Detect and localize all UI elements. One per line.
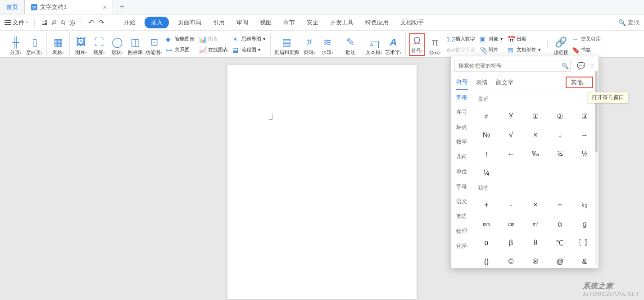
ribbon-tab-0[interactable]: 开始	[121, 17, 138, 28]
ribbon-tab-3[interactable]: 引用	[210, 17, 227, 28]
symbol-cell[interactable]: ↓	[548, 126, 572, 145]
blank-page-button[interactable]: ▯空白页▾	[26, 33, 43, 56]
header-footer-button[interactable]: ▤页眉和页脚	[274, 33, 299, 56]
symbol-cell[interactable]: 〖〗	[572, 233, 597, 252]
date-button[interactable]: 📅日期	[507, 34, 542, 44]
search-icon[interactable]: 🔍	[562, 63, 569, 69]
symbol-category[interactable]: 字母	[451, 179, 472, 194]
ribbon-tab-9[interactable]: 特色应用	[363, 17, 391, 28]
popup-tab-0[interactable]: 符号	[456, 75, 468, 90]
symbol-cell[interactable]: β	[499, 233, 523, 252]
symbol-cell[interactable]: α	[474, 233, 499, 252]
online-chart-button[interactable]: 📈在线图表	[198, 45, 229, 55]
wordart-button[interactable]: A艺术字▾	[385, 33, 402, 56]
ribbon-tab-7[interactable]: 安全	[304, 17, 321, 28]
symbol-cell[interactable]: ℃	[548, 233, 572, 252]
symbol-cell[interactable]: ¥	[499, 107, 523, 126]
symbol-category[interactable]: 英语	[451, 209, 472, 224]
symbol-category[interactable]: 单位	[451, 164, 472, 179]
save-icon[interactable]: 🖫	[41, 18, 48, 26]
table-button[interactable]: ▦表格▾	[50, 33, 66, 56]
ribbon-tab-6[interactable]: 章节	[281, 17, 298, 28]
symbol-category[interactable]: 标点	[451, 120, 472, 135]
symbol-cell[interactable]: θ	[523, 233, 548, 252]
scrollbar[interactable]	[595, 90, 598, 265]
mindmap-button[interactable]: ☀思维导图▾	[231, 34, 267, 44]
symbol-cell[interactable]: ®	[523, 252, 548, 268]
ribbon-tab-1[interactable]: 插入	[145, 17, 169, 28]
ribbon-tab-8[interactable]: 开发工具	[327, 17, 356, 28]
drop-cap-button[interactable]: A≣首字下沉	[445, 45, 476, 55]
icon-library-button[interactable]: ◫图标库	[127, 33, 143, 56]
symbol-cell[interactable]: -	[499, 195, 523, 214]
symbol-cell[interactable]: ≠	[474, 107, 499, 126]
close-icon[interactable]: ×	[103, 4, 106, 11]
shapes-button[interactable]: ◯形状▾	[109, 33, 125, 56]
ribbon-tab-5[interactable]: 视图	[257, 17, 274, 28]
new-tab-button[interactable]: +	[113, 0, 131, 14]
symbol-cell[interactable]: ①	[523, 107, 548, 126]
smart-graphic-button[interactable]: ◆智能图形	[165, 34, 195, 44]
attachment-button[interactable]: 📎附件	[479, 45, 504, 55]
symbol-category[interactable]: 化学	[451, 239, 472, 254]
ribbon-tab-10[interactable]: 文档助手	[398, 17, 426, 28]
picture-button[interactable]: 🖼图片▾	[73, 33, 89, 56]
symbol-cell[interactable]: ㎡	[523, 214, 548, 233]
symbol-cell[interactable]: ½	[572, 145, 597, 164]
symbol-search-input[interactable]	[454, 60, 571, 72]
symbol-category[interactable]: 常用	[451, 90, 472, 105]
preview-icon[interactable]: ◎	[69, 18, 75, 27]
symbol-cell[interactable]: ÷	[548, 195, 572, 214]
symbol-cell[interactable]: ↑	[474, 145, 499, 164]
symbol-cell[interactable]: ɑ	[548, 214, 572, 233]
symbol-cell[interactable]: @	[548, 252, 572, 268]
symbol-cell[interactable]: ɡ	[572, 214, 597, 233]
insert-number-button[interactable]: 1.2插入数字	[445, 34, 476, 44]
chart-button[interactable]: 📊图表	[198, 34, 229, 44]
pin-icon[interactable]: ☆	[589, 62, 595, 70]
print-icon[interactable]: ⎙	[61, 18, 65, 26]
symbol-cell[interactable]: √	[499, 126, 523, 145]
symbol-category[interactable]: 物理	[451, 224, 472, 239]
symbol-category[interactable]: 数学	[451, 135, 472, 150]
symbol-cell[interactable]: ←	[499, 145, 523, 164]
popup-tab-2[interactable]: 颜文字	[496, 76, 513, 89]
symbol-cell[interactable]: &	[572, 252, 597, 268]
equation-button[interactable]: π公式▾	[427, 33, 443, 56]
popup-tab-1[interactable]: 表情	[476, 76, 488, 89]
tab-home[interactable]: 首页	[0, 0, 25, 14]
symbol-button[interactable]: Ω符号▾	[409, 33, 425, 56]
symbol-cell[interactable]: ¾	[548, 145, 572, 164]
textbox-button[interactable]: A文本框▾	[366, 33, 382, 56]
page[interactable]	[227, 65, 417, 299]
cross-reference-button[interactable]: ↔交叉引用	[571, 34, 602, 44]
watermark-button[interactable]: ≋水印▾	[320, 33, 335, 56]
symbol-cell[interactable]: ㎏	[572, 195, 597, 214]
symbol-cell[interactable]: ¼	[474, 164, 499, 182]
symbol-cell[interactable]: ㎝	[499, 214, 523, 233]
symbol-cell[interactable]: {}	[474, 252, 499, 268]
redo-icon[interactable]: ↷	[99, 18, 104, 27]
flowchart-button[interactable]: ⬓流程图▾	[231, 45, 267, 55]
ribbon-tab-2[interactable]: 页面布局	[175, 17, 204, 28]
print-preview-icon[interactable]: ⎙	[52, 18, 56, 26]
tab-document[interactable]: W 文字文稿1 ×	[25, 0, 113, 14]
symbol-cell[interactable]: ③	[572, 107, 597, 126]
symbol-cell[interactable]: →	[572, 126, 597, 145]
screenshot-button[interactable]: ⛶截屏▾	[91, 33, 107, 56]
undo-icon[interactable]: ↶	[88, 18, 94, 27]
symbol-cell[interactable]: ㎜	[474, 214, 499, 233]
page-break-button[interactable]: ╫分页▾	[8, 33, 23, 56]
symbol-cell[interactable]: ②	[548, 107, 572, 126]
symbol-cell[interactable]: ©	[499, 252, 523, 268]
symbol-cell[interactable]: ×	[523, 126, 548, 145]
object-button[interactable]: ▣对象▾	[479, 34, 504, 44]
bookmark-button[interactable]: 🔖书签	[571, 45, 602, 55]
quick-search[interactable]: 🔍 查找	[618, 18, 639, 27]
file-menu[interactable]: 文件 ▾	[5, 18, 28, 27]
comment-button[interactable]: ✎批注	[343, 33, 358, 56]
symbol-category[interactable]: 几何	[451, 150, 472, 164]
symbol-cell[interactable]: ‰	[523, 145, 548, 164]
relation-chart-button[interactable]: ⊶关系图	[165, 45, 195, 55]
symbol-cell[interactable]: ×	[523, 195, 548, 214]
